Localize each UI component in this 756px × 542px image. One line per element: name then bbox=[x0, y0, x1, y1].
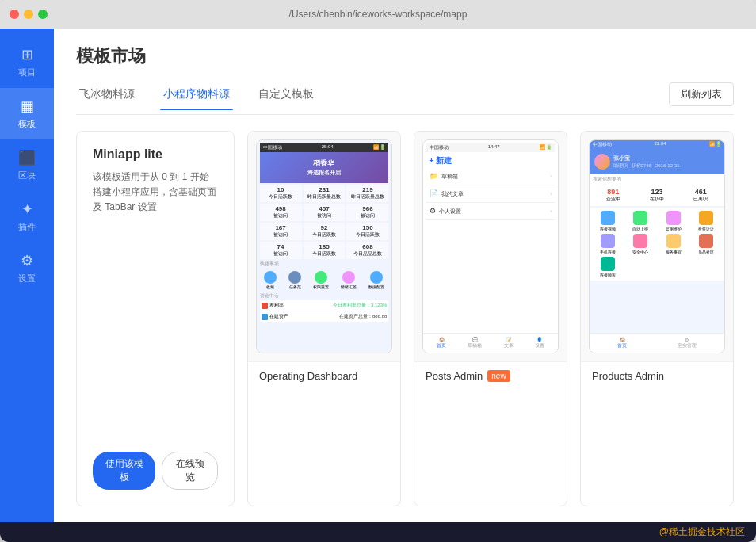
new-badge: new bbox=[487, 370, 510, 382]
content-header: 模板市场 飞冰物料源 小程序物料源 自定义模板 刷新列表 bbox=[54, 29, 756, 115]
operating-dashboard-card[interactable]: 中国移动25:04📶 🔋 稻香华 海选报名开启 10今日活跃数 231昨日活跃量… bbox=[247, 131, 401, 506]
miniapp-lite-card: Miniapp lite 该模板适用于从 0 到 1 开始搭建小程序应用，含基础… bbox=[76, 131, 235, 506]
close-button[interactable] bbox=[10, 10, 19, 19]
dashboard-banner: 稻香华 海选报名开启 bbox=[260, 152, 389, 183]
miniapp-lite-desc: 该模板适用于从 0 到 1 开始搭建小程序应用，含基础页面及 TabBar 设置 bbox=[93, 170, 218, 216]
products-admin-label: Products Admin bbox=[581, 361, 733, 390]
sidebar-item-projects[interactable]: ⊞ 项目 bbox=[0, 36, 54, 88]
products-header: 张小宝 助理职 · 职称0746 · 2016-12-21 bbox=[590, 149, 725, 174]
sidebar-item-label-plugins: 插件 bbox=[18, 221, 36, 233]
posts-status-bar: 中国移动14:47📶 🔋 bbox=[426, 143, 556, 152]
tab-miniapp[interactable]: 小程序物料源 bbox=[160, 87, 233, 109]
projects-icon: ⊞ bbox=[21, 46, 33, 63]
settings-icon: ⚙ bbox=[21, 252, 33, 269]
page-title: 模板市场 bbox=[76, 44, 734, 68]
watermark: @稀土掘金技术社区 bbox=[0, 522, 756, 542]
sidebar: ⊞ 项目 ▦ 模板 ⬛ 区块 ✦ 插件 ⚙ 设置 bbox=[0, 29, 54, 522]
posts-admin-preview: 中国移动14:47📶 🔋 + 新建 📁草稿箱 › 📄我的文章 › bbox=[414, 132, 567, 361]
posts-nav-settings: ⚙个人设置 › bbox=[426, 203, 556, 220]
posts-screen: 中国移动14:47📶 🔋 + 新建 📁草稿箱 › 📄我的文章 › bbox=[422, 139, 559, 353]
sidebar-item-templates[interactable]: ▦ 模板 bbox=[0, 88, 54, 139]
main-layout: ⊞ 项目 ▦ 模板 ⬛ 区块 ✦ 插件 ⚙ 设置 模板市场 bbox=[0, 29, 756, 522]
sidebar-item-label-blocks: 区块 bbox=[18, 170, 36, 181]
tab-ice[interactable]: 飞冰物料源 bbox=[76, 87, 138, 109]
blocks-icon: ⬛ bbox=[18, 149, 36, 166]
tab-custom[interactable]: 自定义模板 bbox=[255, 87, 317, 109]
dashboard-fund-row2: 在建资产 在建资产总量：888.88 bbox=[260, 311, 389, 322]
posts-screen-title: + 新建 bbox=[426, 152, 556, 168]
sidebar-item-label-templates: 模板 bbox=[18, 118, 36, 130]
dashboard-fund-row1: 差利率 今日差利率总量：3.123% bbox=[260, 300, 389, 311]
minimize-button[interactable] bbox=[24, 10, 33, 19]
products-screen: 中国移动22:04📶 🔋 张小宝 助理职 · 职称0746 · 2016-12-… bbox=[589, 139, 726, 353]
maximize-button[interactable] bbox=[38, 10, 48, 19]
dashboard-screen: 中国移动25:04📶 🔋 稻香华 海选报名开启 10今日活跃数 231昨日活跃量… bbox=[256, 139, 393, 353]
dashboard-quick-actions: 收藏 任务范 权限重置 情绪汇签 数据配置 bbox=[260, 271, 389, 289]
sidebar-item-blocks[interactable]: ⬛ 区块 bbox=[0, 139, 54, 191]
content-body: Miniapp lite 该模板适用于从 0 到 1 开始搭建小程序应用，含基础… bbox=[54, 115, 756, 522]
miniapp-lite-title: Miniapp lite bbox=[93, 147, 218, 162]
sidebar-item-plugins[interactable]: ✦ 插件 bbox=[0, 191, 54, 242]
posts-admin-label: Posts Admin new bbox=[414, 361, 567, 390]
products-admin-preview: 中国移动22:04📶 🔋 张小宝 助理职 · 职称0746 · 2016-12-… bbox=[581, 132, 733, 361]
miniapp-lite-actions: 使用该模板 在线预览 bbox=[93, 452, 218, 490]
products-stats: 891企业中 123在职中 461已离职 bbox=[590, 185, 725, 206]
sidebar-item-label-projects: 项目 bbox=[18, 67, 36, 78]
sidebar-item-label-settings: 设置 bbox=[18, 273, 36, 284]
titlebar: /Users/chenbin/iceworks-workspace/mapp bbox=[0, 0, 756, 29]
window-title: /Users/chenbin/iceworks-workspace/mapp bbox=[289, 9, 468, 20]
templates-icon: ▦ bbox=[21, 97, 34, 115]
use-template-button[interactable]: 使用该模板 bbox=[93, 452, 155, 490]
sidebar-item-settings[interactable]: ⚙ 设置 bbox=[0, 242, 54, 294]
dashboard-stats: 10今日活跃数 231昨日活跃量总数 219昨日活跃量总数 498被访问 457… bbox=[260, 185, 389, 259]
operating-dashboard-label: Operating Dashboard bbox=[248, 361, 400, 390]
products-icons: 连接视频 自动上报 监测维护 投签让让 手机连接 安全中心 服务事宜 员品社区 … bbox=[590, 208, 725, 281]
main-content: 模板市场 飞冰物料源 小程序物料源 自定义模板 刷新列表 bbox=[54, 29, 756, 522]
operating-dashboard-preview: 中国移动25:04📶 🔋 稻香华 海选报名开启 10今日活跃数 231昨日活跃量… bbox=[248, 132, 400, 361]
tabs-row: 飞冰物料源 小程序物料源 自定义模板 刷新列表 bbox=[76, 82, 734, 115]
posts-admin-card[interactable]: 中国移动14:47📶 🔋 + 新建 📁草稿箱 › 📄我的文章 › bbox=[414, 131, 567, 506]
traffic-lights bbox=[10, 10, 48, 19]
posts-nav-myarticles: 📄我的文章 › bbox=[426, 185, 556, 203]
posts-nav-drafts: 📁草稿箱 › bbox=[426, 168, 556, 185]
preview-online-button[interactable]: 在线预览 bbox=[162, 452, 218, 490]
plugins-icon: ✦ bbox=[21, 200, 33, 218]
dashboard-status-bar: 中国移动25:04📶 🔋 bbox=[260, 143, 389, 152]
app-window: /Users/chenbin/iceworks-workspace/mapp ⊞… bbox=[0, 0, 756, 542]
products-admin-card[interactable]: 中国移动22:04📶 🔋 张小宝 助理职 · 职称0746 · 2016-12-… bbox=[580, 131, 734, 506]
refresh-button[interactable]: 刷新列表 bbox=[669, 82, 734, 106]
products-status-bar: 中国移动22:04📶 🔋 bbox=[590, 140, 725, 149]
